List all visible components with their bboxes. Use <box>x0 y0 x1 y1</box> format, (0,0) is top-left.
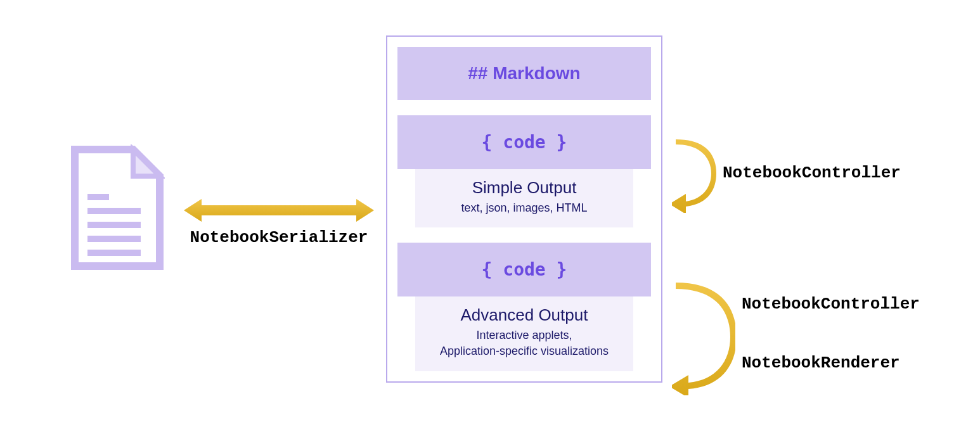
markdown-cell-header: ## Markdown <box>397 47 651 100</box>
simple-output-title: Simple Output <box>422 178 627 198</box>
svg-rect-1 <box>87 208 141 214</box>
advanced-output-sub-line2: Application-specific visualizations <box>440 345 609 357</box>
diagram-canvas: NotebookSerializer ## Markdown { code } … <box>0 0 980 446</box>
notebook-container: ## Markdown { code } Simple Output text,… <box>386 35 662 383</box>
serializer-label: NotebookSerializer <box>184 228 374 247</box>
code-cell-1: { code } Simple Output text, json, image… <box>397 115 651 227</box>
advanced-output-box: Advanced Output Interactive applets, App… <box>415 296 633 371</box>
file-document-icon <box>70 144 165 271</box>
code-cell-2: { code } Advanced Output Interactive app… <box>397 243 651 371</box>
svg-rect-3 <box>87 236 141 242</box>
svg-rect-2 <box>87 222 141 228</box>
advanced-output-title: Advanced Output <box>422 305 627 325</box>
code-cell-2-header: { code } <box>397 243 651 296</box>
code-cell-1-header: { code } <box>397 115 651 169</box>
svg-rect-0 <box>87 194 109 200</box>
advanced-output-sub-line1: Interactive applets, <box>476 329 572 341</box>
markdown-cell: ## Markdown <box>397 47 651 100</box>
simple-output-box: Simple Output text, json, images, HTML <box>415 169 633 227</box>
controller-label-2: NotebookController <box>742 295 920 314</box>
renderer-label: NotebookRenderer <box>742 354 900 373</box>
simple-output-subtitle: text, json, images, HTML <box>422 200 627 216</box>
serializer-arrow-icon <box>184 198 374 223</box>
svg-rect-4 <box>87 250 141 256</box>
controller-label-1: NotebookController <box>723 163 901 182</box>
svg-marker-5 <box>184 199 374 222</box>
advanced-output-subtitle: Interactive applets, Application-specifi… <box>422 328 627 359</box>
controller-arrow-2-icon <box>672 281 735 395</box>
controller-arrow-1-icon <box>672 137 716 213</box>
